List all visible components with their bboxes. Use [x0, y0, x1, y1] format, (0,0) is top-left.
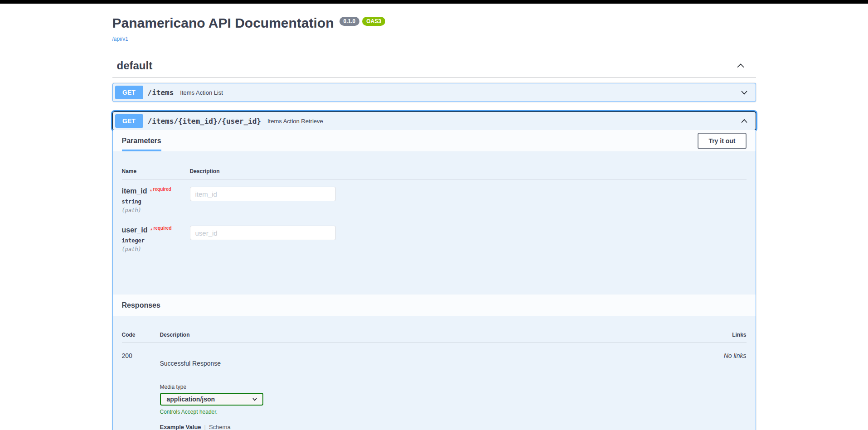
page-title: Panamericano API Documentation [112, 15, 334, 30]
accept-header-note: Controls Accept header. [160, 409, 708, 415]
opblock-get-items-retrieve: GET /items/{item_id}/{user_id} Items Act… [112, 111, 756, 430]
col-header-name: Name [122, 167, 190, 179]
api-info: Panamericano API Documentation 0.1.0 OAS… [112, 4, 756, 42]
param-location: (path) [122, 246, 190, 252]
method-badge-get: GET [115, 114, 143, 128]
responses-table: Code Description Links 200 Successful Re… [113, 316, 756, 430]
try-it-out-button[interactable]: Try it out [698, 133, 746, 149]
chevron-down-icon [252, 396, 258, 402]
media-type-value: application/json [167, 396, 215, 403]
required-label: required [153, 187, 171, 192]
chevron-up-icon[interactable] [740, 116, 749, 126]
col-header-links: Links [708, 331, 747, 343]
tab-schema[interactable]: Schema [209, 424, 231, 430]
col-header-code: Code [122, 331, 160, 343]
chevron-down-icon[interactable] [740, 88, 749, 97]
opblock-summary-get-items-retrieve[interactable]: GET /items/{item_id}/{user_id} Items Act… [113, 112, 756, 130]
response-code: 200 [122, 343, 160, 430]
param-name: item_id [122, 187, 147, 195]
responses-title: Responses [122, 301, 160, 309]
swagger-ui-container: Panamericano API Documentation 0.1.0 OAS… [112, 4, 756, 430]
response-links: No links [708, 343, 747, 430]
param-location: (path) [122, 207, 190, 213]
response-description: Successful Response [160, 360, 708, 367]
parameters-header: Parameters Try it out [113, 130, 756, 151]
chevron-up-icon[interactable] [735, 61, 746, 71]
opblock-get-items: GET /items Items Action List [112, 83, 756, 102]
param-type: integer [122, 237, 190, 244]
param-value-cell [190, 213, 747, 252]
method-badge-get: GET [115, 86, 143, 99]
op-path: /items/{item_id}/{user_id} [148, 117, 261, 126]
op-summary: Items Action Retrieve [267, 118, 323, 125]
param-row-user-id: user_id*required integer (path) [122, 213, 190, 252]
version-badge: 0.1.0 [339, 17, 360, 26]
tag-title: default [117, 59, 153, 72]
user-id-input[interactable] [190, 226, 336, 240]
base-url: /api/v1 [112, 36, 756, 42]
tab-example-value[interactable]: Example Value [160, 424, 201, 430]
required-label: required [153, 226, 171, 231]
item-id-input[interactable] [190, 187, 336, 201]
opblock-summary-get-items[interactable]: GET /items Items Action List [113, 83, 756, 101]
required-star: * [150, 227, 152, 234]
param-value-cell [190, 179, 747, 213]
param-type: string [122, 198, 190, 205]
responses-header: Responses [113, 295, 756, 316]
tag-section-default[interactable]: default [112, 56, 756, 78]
media-type-label: Media type [160, 384, 708, 390]
media-type-select[interactable]: application/json [160, 393, 263, 406]
param-row-item-id: item_id*required string (path) [122, 179, 190, 213]
col-header-description: Description [190, 167, 747, 179]
tab-divider: | [204, 424, 206, 430]
example-schema-tabs: Example Value | Schema [160, 424, 708, 430]
parameters-table: Name Description item_id*required string… [113, 151, 756, 295]
oas3-badge: OAS3 [362, 17, 385, 26]
op-path: /items [148, 88, 174, 97]
tab-parameters: Parameters [122, 130, 161, 151]
op-summary: Items Action List [180, 89, 223, 96]
col-header-description: Description [160, 331, 708, 343]
param-name: user_id [122, 226, 148, 234]
required-star: * [150, 188, 152, 195]
response-description-cell: Successful Response Media type applicati… [160, 343, 708, 430]
top-black-bar [0, 0, 868, 4]
